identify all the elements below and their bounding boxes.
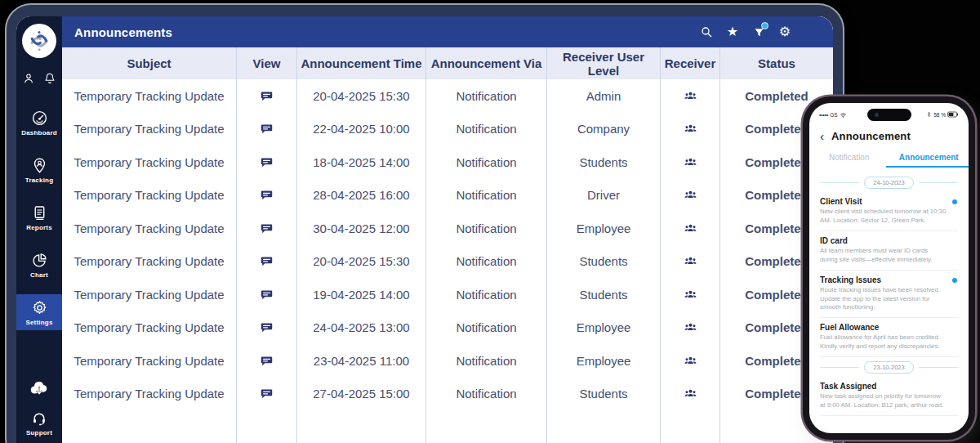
- view-message-icon[interactable]: [260, 222, 274, 235]
- via-cell: Notification: [426, 278, 547, 311]
- sidebar-item[interactable]: Dashboard: [16, 105, 62, 141]
- sidebar: Dashboard Tracking Reports Chart: [16, 16, 62, 443]
- subject-cell: Temporary Tracking Update: [62, 311, 237, 345]
- receiver-cell[interactable]: [661, 79, 720, 113]
- receiver-users-icon[interactable]: [683, 354, 698, 368]
- view-cell[interactable]: [237, 79, 297, 113]
- phone-tab[interactable]: Announcement: [889, 150, 969, 168]
- view-cell[interactable]: [237, 245, 297, 279]
- subject-cell: Temporary Tracking Update: [62, 344, 237, 378]
- user-icon[interactable]: [22, 72, 35, 85]
- view-message-icon[interactable]: [260, 254, 274, 268]
- subject-cell: Temporary Tracking Update: [62, 212, 237, 245]
- via-cell: Notification: [426, 344, 547, 378]
- via-cell: Notification: [426, 113, 547, 146]
- subject-cell: Temporary Tracking Update: [62, 278, 237, 311]
- view-cell[interactable]: [237, 311, 297, 345]
- announcement-item[interactable]: ID card All team members must wear ID ca…: [820, 231, 958, 271]
- level-cell: Students: [547, 245, 661, 279]
- view-cell[interactable]: [237, 378, 297, 411]
- view-cell[interactable]: [237, 179, 297, 213]
- view-cell[interactable]: [237, 145, 297, 179]
- search-icon[interactable]: [699, 25, 714, 39]
- view-message-icon[interactable]: [260, 288, 274, 302]
- receiver-users-icon[interactable]: [683, 155, 698, 169]
- receiver-users-icon[interactable]: [683, 320, 698, 334]
- phone-screen: ••••• GS 58 % ‹ Announcement Notificatio…: [809, 103, 969, 433]
- view-message-icon[interactable]: [260, 320, 274, 334]
- settings-gear-icon[interactable]: ⚙: [777, 25, 792, 39]
- time-cell: 19-04-2025 14:00: [297, 278, 426, 311]
- time-cell: 22-04-2025 10:00: [297, 113, 426, 146]
- phone-tab[interactable]: Notification: [809, 150, 889, 168]
- announcement-feed: 24-10-2023 Client Visit New client visit…: [809, 168, 969, 416]
- view-message-icon[interactable]: [260, 122, 274, 136]
- view-cell[interactable]: [237, 278, 297, 311]
- via-cell: Notification: [426, 378, 547, 411]
- phone-tabs: Notification Announcement: [809, 150, 969, 168]
- level-cell: Admin: [547, 79, 661, 113]
- sidebar-item-support[interactable]: Support: [21, 405, 57, 441]
- receiver-cell[interactable]: [661, 378, 720, 411]
- back-chevron-icon[interactable]: ‹: [820, 130, 824, 142]
- view-cell[interactable]: [237, 344, 297, 378]
- receiver-cell[interactable]: [661, 245, 720, 279]
- sidebar-item[interactable]: Chart: [16, 247, 62, 283]
- receiver-cell[interactable]: [661, 311, 720, 345]
- wifi-icon: [840, 111, 847, 119]
- table-row: Temporary Tracking Update 20-04-2025 15:…: [62, 245, 833, 279]
- announcement-item[interactable]: Task Assigned New task assigned on prior…: [820, 377, 958, 416]
- subject-cell: Temporary Tracking Update: [62, 145, 237, 179]
- app-logo: [22, 24, 56, 58]
- bell-icon[interactable]: [43, 72, 56, 85]
- level-cell: Students: [547, 378, 661, 411]
- column-header: Subject: [62, 47, 237, 79]
- receiver-users-icon[interactable]: [683, 222, 698, 235]
- view-message-icon[interactable]: [260, 188, 274, 202]
- sidebar-item-icon: [31, 299, 48, 316]
- receiver-users-icon[interactable]: [683, 122, 698, 136]
- via-cell: Notification: [426, 145, 547, 179]
- receiver-users-icon[interactable]: [683, 254, 698, 268]
- sidebar-item[interactable]: Reports: [16, 199, 62, 235]
- filter-icon[interactable]: [751, 25, 766, 39]
- carrier-text: ••••• GS: [819, 112, 838, 118]
- view-cell[interactable]: [237, 113, 297, 146]
- receiver-cell[interactable]: [661, 278, 720, 311]
- sidebar-item-icon: [31, 110, 48, 127]
- receiver-users-icon[interactable]: [683, 387, 698, 400]
- announcement-item[interactable]: Tracking Issues Route tracking issues ha…: [820, 271, 958, 319]
- receiver-cell[interactable]: [661, 113, 720, 146]
- sidebar-item[interactable]: Tracking: [16, 152, 62, 188]
- view-message-icon[interactable]: [260, 354, 274, 368]
- column-header: View: [237, 47, 297, 79]
- receiver-cell[interactable]: [661, 145, 720, 179]
- announcement-item[interactable]: Client Visit New client visit scheduled …: [820, 192, 958, 231]
- stage: { "colors":{"appbar_blue":"#27418f","sid…: [0, 0, 980, 443]
- sidebar-item-label: Tracking: [25, 177, 54, 184]
- cloud-download-icon[interactable]: [29, 378, 50, 399]
- table-row: Temporary Tracking Update 28-04-2025 16:…: [62, 179, 833, 213]
- receiver-users-icon[interactable]: [683, 288, 698, 302]
- table-filler-row: [62, 410, 833, 443]
- sidebar-item[interactable]: Settings: [16, 294, 62, 330]
- view-message-icon[interactable]: [260, 89, 274, 103]
- receiver-users-icon[interactable]: [683, 89, 698, 103]
- announcement-item[interactable]: Fuel Allowance Fuel allowance for April …: [820, 318, 958, 357]
- level-cell: Employee: [547, 344, 661, 378]
- time-cell: 28-04-2025 16:00: [297, 179, 426, 213]
- level-cell: Students: [547, 145, 661, 179]
- view-message-icon[interactable]: [260, 387, 274, 400]
- view-message-icon[interactable]: [260, 155, 274, 169]
- level-cell: Driver: [547, 179, 661, 213]
- receiver-cell[interactable]: [661, 344, 720, 378]
- receiver-cell[interactable]: [661, 212, 720, 245]
- announcement-title: ID card: [820, 236, 947, 245]
- view-cell[interactable]: [237, 212, 297, 245]
- star-icon[interactable]: ★: [725, 25, 740, 39]
- receiver-cell[interactable]: [661, 179, 720, 213]
- column-header: Status: [720, 47, 833, 79]
- receiver-users-icon[interactable]: [683, 188, 698, 202]
- via-cell: Notification: [426, 311, 547, 345]
- table-row: Temporary Tracking Update 30-04-2025 12:…: [62, 212, 833, 245]
